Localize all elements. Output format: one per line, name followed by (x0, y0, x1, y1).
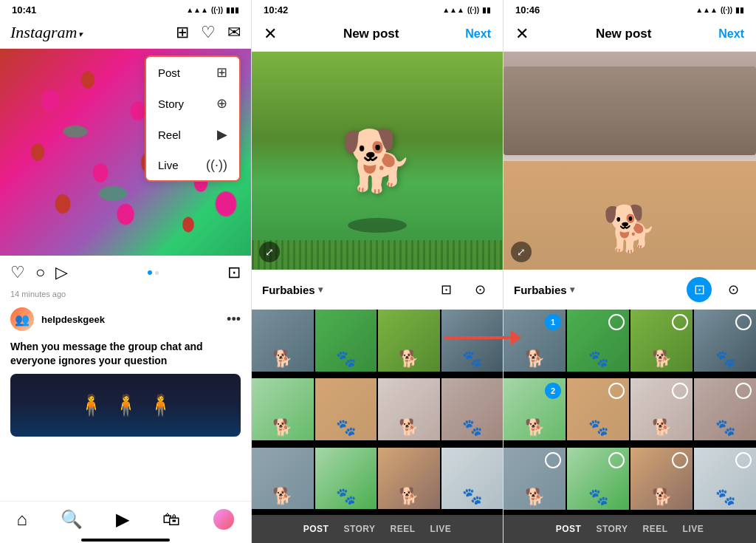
thumb-3-4[interactable]: 🐾 (694, 310, 756, 372)
dog-3-11: 🐕 (652, 488, 672, 507)
thumb-10[interactable]: 🐾 (315, 448, 377, 510)
bookmark-button[interactable]: ⊡ (227, 263, 241, 282)
messages-icon[interactable]: ✉ (227, 23, 241, 42)
thumb-3-7[interactable]: 🐕 (630, 378, 693, 440)
notifications-icon[interactable]: ♡ (201, 23, 216, 42)
thumb-8[interactable]: 🐾 (441, 378, 504, 440)
dropdown-item-reel[interactable]: Reel ▶ (146, 119, 239, 150)
thumb-11[interactable]: 🐕 (378, 448, 440, 510)
dog-room-emoji: 🐕 (602, 202, 658, 255)
mode-post-2[interactable]: POST (303, 524, 329, 534)
mode-live-3[interactable]: LIVE (683, 524, 704, 534)
dog-3-1: 🐕 (525, 349, 545, 369)
thumb-6[interactable]: 🐾 (315, 378, 377, 440)
camera-button-2[interactable]: ⊙ (467, 277, 492, 302)
thumb-3-11[interactable]: 🐕 (630, 448, 693, 510)
nav-profile[interactable] (213, 509, 234, 530)
thumb-3-8[interactable]: 🐾 (694, 378, 756, 440)
album-actions-3: ⊡ ⊙ (687, 277, 746, 302)
thumb-3[interactable]: 🐕 (378, 310, 440, 372)
thumb-1[interactable]: 🐕 (252, 310, 314, 372)
thumb-3-12[interactable]: 🐾 (694, 448, 756, 510)
multi-select-button-2[interactable]: ⊡ (433, 277, 458, 302)
dot-2 (155, 271, 159, 275)
new-post-header-3: ✕ New post Next (504, 17, 756, 52)
dropdown-item-story[interactable]: Story ⊕ (146, 88, 239, 119)
camera-button-3[interactable]: ⊙ (721, 277, 746, 302)
dropdown-item-live[interactable]: Live ((·)) (146, 150, 239, 180)
nav-shop[interactable]: 🛍 (162, 509, 180, 530)
mode-story-3[interactable]: STORY (596, 524, 628, 534)
ig-logo-chevron[interactable]: ▾ (78, 30, 83, 39)
expand-button-3[interactable]: ⤢ (511, 242, 532, 262)
author-name[interactable]: helpdeskgeek (41, 314, 219, 325)
thumb-3-2[interactable]: 🐾 (567, 310, 629, 372)
new-post-title-2: New post (343, 27, 399, 41)
thumb-2[interactable]: 🐾 (315, 310, 377, 372)
post-author-row: 👥 helpdeskgeek ••• (0, 303, 251, 335)
nav-search[interactable]: 🔍 (61, 509, 83, 530)
post-more-options[interactable]: ••• (227, 312, 241, 327)
like-button[interactable]: ♡ (10, 263, 25, 282)
mode-tabs-2: POST STORY REEL LIVE (252, 515, 503, 543)
album-name-3[interactable]: Furbabies ▾ (514, 284, 678, 296)
dog-6: 🐾 (336, 418, 356, 437)
dog-3-7: 🐕 (652, 418, 672, 437)
nav-reels[interactable]: ▶ (116, 509, 129, 530)
dog-5: 🐕 (272, 418, 292, 437)
dropdown-story-label: Story (158, 98, 184, 110)
comment-button[interactable]: ○ (35, 263, 45, 282)
close-button-3[interactable]: ✕ (515, 24, 529, 44)
mode-story-2[interactable]: STORY (343, 524, 375, 534)
status-bar-2: 10:42 ▲▲▲ ((·)) ▮▮ (252, 0, 503, 17)
couch (504, 66, 756, 155)
expand-button[interactable]: ⤢ (259, 242, 280, 262)
post-actions-bar: ♡ ○ ▷ ⊡ (0, 256, 251, 290)
red-arrow-shaft (444, 336, 511, 339)
new-post-title-3: New post (596, 27, 652, 41)
ig-header: Instagram ▾ ⊞ ♡ ✉ Post ⊞ Story ⊕ Reel ▶ … (0, 17, 251, 49)
thumb-5[interactable]: 🐕 (252, 378, 314, 440)
thumb-7[interactable]: 🐕 (378, 378, 440, 440)
video-content: 🧍 🧍 🧍 (10, 374, 241, 437)
dog-3-12: 🐾 (715, 488, 735, 507)
video-thumbnail[interactable]: 🧍 🧍 🧍 (10, 374, 241, 437)
thumb-3-10[interactable]: 🐾 (567, 448, 629, 510)
thumb-3-5[interactable]: 🐕 2 (504, 378, 566, 440)
thumb-3-9[interactable]: 🐕 (504, 448, 566, 510)
wifi-icon-2: ((·)) (467, 6, 479, 14)
album-bar-3: Furbabies ▾ ⊡ ⊙ (504, 270, 756, 310)
select-circle-1: 1 (545, 314, 561, 330)
home-indicator (81, 539, 170, 542)
dog-11: 🐕 (399, 487, 419, 506)
dog-3-3: 🐕 (652, 349, 672, 369)
close-button-2[interactable]: ✕ (264, 24, 277, 44)
share-button[interactable]: ▷ (55, 263, 68, 282)
figure-2: 🧍 (113, 393, 139, 417)
thumb-3-6[interactable]: 🐾 (567, 378, 629, 440)
nav-home[interactable]: ⌂ (17, 509, 28, 530)
thumb-3-3[interactable]: 🐕 (630, 310, 693, 372)
album-name-2[interactable]: Furbabies ▾ (262, 284, 425, 296)
panel2-wrapper: 10:42 ▲▲▲ ((·)) ▮▮ ✕ New post Next 🐕 ⤢ (252, 0, 504, 543)
new-post-icon[interactable]: ⊞ (176, 23, 189, 42)
dog-3-4: 🐾 (715, 349, 735, 369)
dog-2: 🐾 (336, 349, 356, 369)
panel-new-post-1: 10:42 ▲▲▲ ((·)) ▮▮ ✕ New post Next 🐕 ⤢ (252, 0, 504, 543)
thumb-9[interactable]: 🐕 (252, 448, 314, 510)
multi-select-button-3[interactable]: ⊡ (687, 277, 712, 302)
dog-room-bg: 🐕 (504, 52, 756, 270)
mode-reel-3[interactable]: REEL (643, 524, 668, 534)
figure-3: 🧍 (148, 393, 173, 417)
mode-post-3[interactable]: POST (556, 524, 582, 534)
next-button-3[interactable]: Next (718, 27, 744, 41)
dog-shadow (348, 218, 407, 233)
mode-reel-2[interactable]: REEL (391, 524, 416, 534)
dropdown-item-post[interactable]: Post ⊞ (146, 57, 239, 88)
mode-live-2[interactable]: LIVE (430, 524, 452, 534)
time-3: 10:46 (515, 4, 540, 16)
next-button-2[interactable]: Next (465, 27, 491, 41)
mode-tabs-3: POST STORY REEL LIVE (504, 515, 756, 543)
author-avatar: 👥 (10, 307, 34, 331)
thumb-12[interactable]: 🐾 (441, 448, 504, 510)
